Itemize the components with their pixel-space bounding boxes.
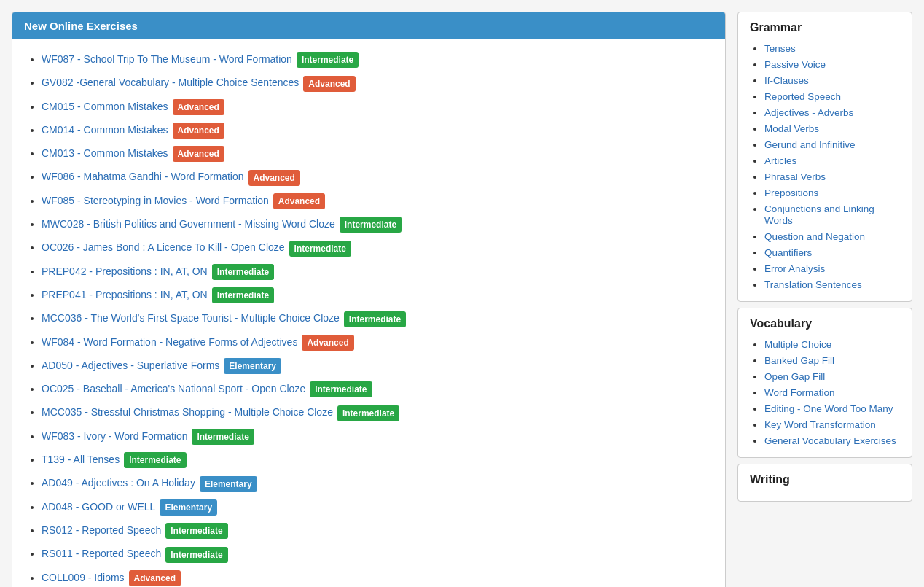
level-badge: Elementary	[224, 358, 281, 374]
sidebar-link[interactable]: Prepositions	[764, 187, 818, 198]
level-badge: Intermediate	[212, 264, 274, 280]
list-item: MWC028 - British Politics and Government…	[42, 213, 713, 236]
sidebar-list: TensesPassive VoiceIf-ClausesReported Sp…	[750, 40, 900, 292]
list-item: OC026 - James Bond : A Licence To Kill -…	[42, 236, 713, 260]
exercise-link[interactable]: CM015 - Common Mistakes	[42, 101, 168, 112]
level-badge: Intermediate	[212, 287, 274, 303]
list-item: RS012 - Reported SpeechIntermediate	[42, 519, 713, 543]
exercise-link[interactable]: AD050 - Adjectives - Superlative Forms	[42, 359, 219, 371]
sidebar-item: Reported Speech	[764, 88, 900, 104]
list-item: MCC036 - The World's First Space Tourist…	[42, 307, 713, 330]
exercise-link[interactable]: GV082 -General Vocabulary - Multiple Cho…	[42, 77, 299, 88]
sidebar-link[interactable]: Translation Sentences	[764, 279, 862, 290]
sidebar-item: Key Word Transformation	[764, 416, 900, 432]
sidebar-link[interactable]: Multiple Choice	[764, 339, 831, 350]
sidebar-link[interactable]: Passive Voice	[764, 59, 826, 70]
sidebar-link[interactable]: Reported Speech	[764, 91, 841, 102]
sidebar-link[interactable]: If-Clauses	[764, 75, 809, 86]
level-badge: Advanced	[173, 99, 224, 115]
level-badge: Advanced	[302, 335, 353, 351]
sidebar-link[interactable]: Open Gap Fill	[764, 371, 825, 382]
exercise-link[interactable]: OC026 - James Bond : A Licence To Kill -…	[42, 241, 285, 253]
exercise-link[interactable]: WF085 - Stereotyping in Movies - Word Fo…	[42, 195, 269, 206]
sidebar-link[interactable]: Banked Gap Fill	[764, 355, 834, 366]
list-item: WF086 - Mahatma Gandhi - Word FormationA…	[42, 166, 713, 189]
exercise-link[interactable]: MWC028 - British Politics and Government…	[42, 218, 335, 230]
sidebar-link[interactable]: Articles	[764, 155, 796, 166]
exercise-link[interactable]: CM013 - Common Mistakes	[42, 147, 168, 159]
sidebar-link[interactable]: Editing - One Word Too Many	[764, 403, 893, 414]
exercise-link[interactable]: MCC036 - The World's First Space Tourist…	[42, 312, 340, 324]
list-item: CM015 - Common MistakesAdvanced	[42, 96, 713, 119]
sidebar-item: Banked Gap Fill	[764, 352, 900, 368]
list-item: RS011 - Reported SpeechIntermediate	[42, 543, 713, 566]
level-badge: Intermediate	[344, 311, 406, 327]
sidebar-link[interactable]: Tenses	[764, 43, 796, 54]
sidebar-list: Multiple ChoiceBanked Gap FillOpen Gap F…	[750, 336, 900, 448]
exercise-link[interactable]: OC025 - Baseball - America's National Sp…	[42, 383, 305, 394]
sidebar-link[interactable]: Phrasal Verbs	[764, 171, 826, 182]
exercise-link[interactable]: AD048 - GOOD or WELL	[42, 501, 155, 513]
exercise-link[interactable]: RS012 - Reported Speech	[42, 524, 161, 536]
exercise-link[interactable]: T139 - All Tenses	[42, 454, 120, 465]
sidebar-link[interactable]: Quantifiers	[764, 247, 812, 258]
sidebar-section-title: Vocabulary	[750, 317, 900, 330]
level-badge: Intermediate	[289, 241, 351, 257]
exercise-link[interactable]: PREP041 - Prepositions : IN, AT, ON	[42, 289, 208, 300]
sidebar-item: Prepositions	[764, 184, 900, 201]
exercise-link[interactable]: COLL009 - Idioms	[42, 572, 125, 583]
sidebar-section-title: Writing	[750, 473, 900, 486]
exercise-link[interactable]: WF083 - Ivory - Word Formation	[42, 430, 187, 442]
sidebar-item: Adjectives - Adverbs	[764, 104, 900, 120]
level-badge: Intermediate	[340, 217, 402, 233]
sidebar-link[interactable]: Gerund and Infinitive	[764, 139, 856, 150]
sidebar-item: Multiple Choice	[764, 336, 900, 352]
sidebar-item: Translation Sentences	[764, 276, 900, 292]
exercise-link[interactable]: WF084 - Word Formation - Negative Forms …	[42, 336, 297, 348]
exercise-link[interactable]: WF086 - Mahatma Gandhi - Word Formation	[42, 171, 244, 182]
exercise-link[interactable]: PREP042 - Prepositions : IN, AT, ON	[42, 265, 208, 277]
level-badge: Advanced	[248, 170, 300, 186]
sidebar-item: Open Gap Fill	[764, 368, 900, 384]
level-badge: Intermediate	[337, 405, 399, 421]
list-item: WF087 - School Trip To The Museum - Word…	[42, 48, 713, 71]
panel-content: WF087 - School Trip To The Museum - Word…	[12, 39, 725, 587]
list-item: PREP041 - Prepositions : IN, AT, ONInter…	[42, 284, 713, 307]
level-badge: Intermediate	[165, 547, 227, 563]
sidebar-link[interactable]: Modal Verbs	[764, 123, 819, 134]
sidebar-item: Passive Voice	[764, 56, 900, 72]
sidebar-item: Word Formation	[764, 384, 900, 400]
panel-title: New Online Exercises	[24, 20, 138, 32]
exercise-link[interactable]: AD049 - Adjectives : On A Holiday	[42, 477, 195, 489]
sidebar-item: Question and Negation	[764, 228, 900, 244]
level-badge: Advanced	[173, 123, 224, 139]
level-badge: Intermediate	[124, 452, 186, 468]
panel-header: New Online Exercises	[12, 12, 725, 39]
exercise-link[interactable]: WF087 - School Trip To The Museum - Word…	[42, 53, 292, 65]
sidebar-section-vocabulary: VocabularyMultiple ChoiceBanked Gap Fill…	[737, 308, 912, 458]
sidebar-item: Gerund and Infinitive	[764, 136, 900, 152]
list-item: WF084 - Word Formation - Negative Forms …	[42, 331, 713, 354]
list-item: CM013 - Common MistakesAdvanced	[42, 142, 713, 166]
list-item: WF085 - Stereotyping in Movies - Word Fo…	[42, 190, 713, 213]
list-item: CM014 - Common MistakesAdvanced	[42, 119, 713, 142]
sidebar-link[interactable]: Key Word Transformation	[764, 419, 876, 430]
sidebar-item: Error Analysis	[764, 260, 900, 276]
list-item: WF083 - Ivory - Word FormationIntermedia…	[42, 425, 713, 448]
sidebar-link[interactable]: General Vocabulary Exercises	[764, 435, 896, 446]
exercise-link[interactable]: CM014 - Common Mistakes	[42, 124, 168, 136]
sidebar-link[interactable]: Adjectives - Adverbs	[764, 107, 853, 118]
sidebar-item: Phrasal Verbs	[764, 168, 900, 184]
sidebar-item: General Vocabulary Exercises	[764, 432, 900, 448]
list-item: AD048 - GOOD or WELLElementary	[42, 496, 713, 519]
exercise-link[interactable]: MCC035 - Stressful Christmas Shopping - …	[42, 406, 333, 418]
sidebar-link[interactable]: Question and Negation	[764, 231, 865, 242]
level-badge: Elementary	[200, 476, 257, 492]
exercise-link[interactable]: RS011 - Reported Speech	[42, 548, 161, 559]
sidebar-link[interactable]: Word Formation	[764, 387, 835, 398]
main-panel: New Online Exercises WF087 - School Trip…	[12, 12, 726, 587]
sidebar-link[interactable]: Conjunctions and Linking Words	[764, 203, 874, 226]
sidebar-link[interactable]: Error Analysis	[764, 263, 825, 274]
list-item: AD050 - Adjectives - Superlative FormsEl…	[42, 354, 713, 378]
level-badge: Intermediate	[297, 52, 359, 68]
